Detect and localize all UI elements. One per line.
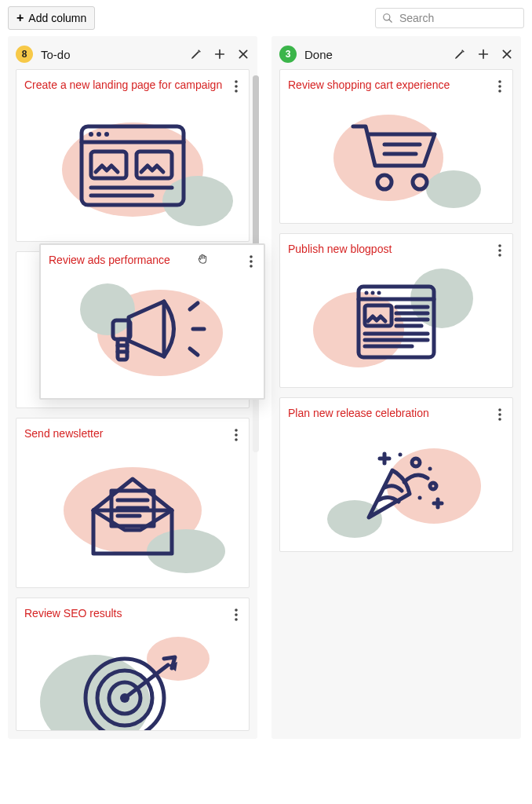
card-title: Create a new landing page for campaign xyxy=(24,78,241,93)
add-card-button[interactable] xyxy=(477,48,490,60)
card-illustration xyxy=(24,448,241,581)
svg-point-76 xyxy=(498,413,501,416)
card[interactable]: Plan new release celebration xyxy=(279,397,513,552)
kebab-icon xyxy=(235,429,238,441)
plus-icon: + xyxy=(16,12,24,24)
svg-point-2 xyxy=(235,80,238,83)
svg-rect-12 xyxy=(91,152,126,178)
card-illustration xyxy=(24,627,241,731)
svg-point-28 xyxy=(235,618,238,621)
svg-line-47 xyxy=(190,349,198,355)
card-title: Send newsletter xyxy=(24,426,241,441)
svg-point-27 xyxy=(235,613,238,616)
card-illustration xyxy=(288,427,505,545)
svg-point-56 xyxy=(413,175,427,189)
edit-column-button[interactable] xyxy=(190,48,202,60)
card-menu-button[interactable] xyxy=(230,426,242,444)
card-menu-button[interactable] xyxy=(494,242,506,259)
kebab-icon xyxy=(498,244,501,257)
card-menu-button[interactable] xyxy=(230,606,242,623)
plus-icon xyxy=(477,48,490,60)
column-actions xyxy=(454,48,513,60)
svg-point-65 xyxy=(371,291,375,294)
delete-column-button[interactable] xyxy=(501,48,513,60)
search-icon xyxy=(382,12,393,24)
column-header: 8 To-do xyxy=(16,44,250,69)
svg-point-57 xyxy=(498,244,501,247)
column-count-badge: 3 xyxy=(279,46,297,63)
card[interactable]: Publish new blogpost xyxy=(279,233,513,388)
card-title: Publish new blogpost xyxy=(288,242,505,257)
column-title: To-do xyxy=(41,48,182,61)
column-header: 3 Done xyxy=(279,44,513,69)
svg-point-66 xyxy=(377,291,381,294)
envelope-icon xyxy=(82,467,184,561)
card[interactable]: Review shopping cart experience xyxy=(279,69,513,224)
card-title: Review ads performance xyxy=(49,253,256,268)
column-actions xyxy=(190,48,250,60)
svg-point-38 xyxy=(250,265,253,268)
card-illustration xyxy=(24,99,241,232)
svg-point-18 xyxy=(235,438,238,441)
add-column-button[interactable]: + Add column xyxy=(8,6,95,30)
svg-point-50 xyxy=(498,90,501,93)
svg-point-77 xyxy=(498,418,501,421)
svg-point-48 xyxy=(498,80,501,83)
kebab-icon xyxy=(250,255,253,268)
card-list: Create a new landing page for campaign xyxy=(16,69,250,731)
kanban-board: 8 To-do Create a new land xyxy=(0,36,532,739)
svg-point-9 xyxy=(89,132,93,137)
card-illustration xyxy=(49,274,256,392)
svg-rect-7 xyxy=(82,126,184,205)
kebab-icon xyxy=(498,408,501,421)
close-icon xyxy=(237,48,250,60)
search-field[interactable] xyxy=(375,8,524,28)
card-illustration xyxy=(288,99,505,217)
svg-line-45 xyxy=(190,303,198,309)
column-title: Done xyxy=(304,48,446,61)
svg-point-82 xyxy=(399,452,403,456)
svg-point-64 xyxy=(365,291,369,294)
add-card-button[interactable] xyxy=(213,48,226,60)
close-icon xyxy=(501,48,513,60)
card-title: Review SEO results xyxy=(24,606,241,621)
svg-point-49 xyxy=(498,85,501,88)
svg-point-58 xyxy=(498,249,501,252)
webpage-icon xyxy=(74,119,191,213)
svg-point-55 xyxy=(377,175,392,189)
edit-column-button[interactable] xyxy=(454,48,466,60)
search-input[interactable] xyxy=(399,12,517,24)
svg-point-59 xyxy=(498,254,501,257)
svg-point-17 xyxy=(235,433,238,437)
svg-point-3 xyxy=(235,85,238,88)
card-dragging[interactable]: Review ads performance xyxy=(39,243,265,400)
delete-column-button[interactable] xyxy=(237,48,250,60)
add-column-label: Add column xyxy=(28,12,86,24)
card-menu-button[interactable] xyxy=(494,406,506,423)
column-todo: 8 To-do Create a new land xyxy=(8,36,257,739)
svg-point-81 xyxy=(430,483,436,489)
megaphone-icon xyxy=(89,286,215,380)
kebab-icon xyxy=(498,80,501,93)
svg-point-26 xyxy=(235,608,238,612)
svg-rect-42 xyxy=(118,339,127,360)
card-title: Review shopping cart experience xyxy=(288,78,505,93)
grab-cursor-icon xyxy=(196,253,209,268)
card-menu-button[interactable] xyxy=(494,78,506,95)
cart-icon xyxy=(341,115,451,201)
card-menu-button[interactable] xyxy=(245,253,257,270)
confetti-icon xyxy=(337,439,455,533)
card-list: Review shopping cart experience xyxy=(279,69,513,552)
svg-line-1 xyxy=(389,20,392,22)
card[interactable]: Create a new landing page for campaign xyxy=(16,69,250,242)
card[interactable]: Review SEO results xyxy=(16,598,250,731)
card-menu-button[interactable] xyxy=(230,78,242,95)
card[interactable]: Send newsletter xyxy=(16,418,250,588)
svg-point-37 xyxy=(250,260,253,263)
card-illustration xyxy=(288,263,505,381)
svg-point-11 xyxy=(104,132,109,137)
svg-point-83 xyxy=(428,466,432,470)
svg-point-36 xyxy=(250,255,253,258)
svg-point-4 xyxy=(235,90,238,93)
pencil-icon xyxy=(454,48,466,60)
